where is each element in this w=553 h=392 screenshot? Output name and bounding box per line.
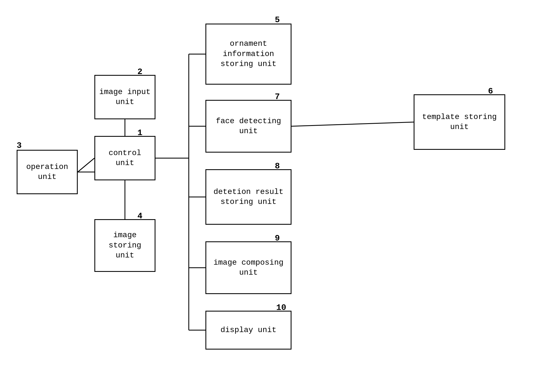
detetion-result-unit-number: 8 (275, 161, 280, 171)
control-unit-label: control unit (98, 148, 152, 168)
ornament-info-unit-number: 5 (275, 15, 280, 25)
face-detecting-unit-box: face detecting unit (205, 100, 291, 153)
control-unit-box: control unit (94, 136, 155, 180)
face-detecting-unit-label: face detecting unit (209, 116, 288, 136)
operation-unit-box: operation unit (17, 150, 78, 194)
image-storing-unit-number: 4 (137, 211, 142, 221)
image-storing-unit-label: image storing unit (98, 230, 152, 261)
detetion-result-unit-box: detetion result storing unit (205, 169, 291, 225)
display-unit-box: display unit (205, 311, 291, 350)
image-input-unit-box: image input unit (94, 75, 155, 119)
svg-line-11 (291, 122, 414, 126)
image-composing-unit-number: 9 (275, 234, 280, 243)
image-composing-unit-label: image composing unit (209, 258, 288, 278)
operation-unit-label: operation unit (20, 162, 74, 182)
image-storing-unit-box: image storing unit (94, 219, 155, 272)
detetion-result-unit-label: detetion result storing unit (209, 187, 288, 207)
ornament-info-unit-box: ornament information storing unit (205, 24, 291, 85)
display-unit-label: display unit (220, 325, 276, 335)
control-unit-number: 1 (137, 128, 142, 138)
ornament-info-unit-label: ornament information storing unit (209, 39, 288, 69)
face-detecting-unit-number: 7 (275, 92, 280, 102)
template-storing-unit-box: template storing unit (414, 94, 505, 150)
image-input-unit-number: 2 (137, 67, 142, 77)
image-composing-unit-box: image composing unit (205, 241, 291, 294)
svg-line-0 (78, 158, 94, 172)
template-storing-unit-number: 6 (488, 87, 493, 96)
operation-unit-number: 3 (17, 141, 22, 150)
diagram: operation unit 3 image input unit 2 cont… (0, 0, 553, 392)
image-input-unit-label: image input unit (98, 87, 152, 107)
template-storing-unit-label: template storing unit (417, 112, 502, 132)
display-unit-number: 10 (276, 303, 286, 312)
